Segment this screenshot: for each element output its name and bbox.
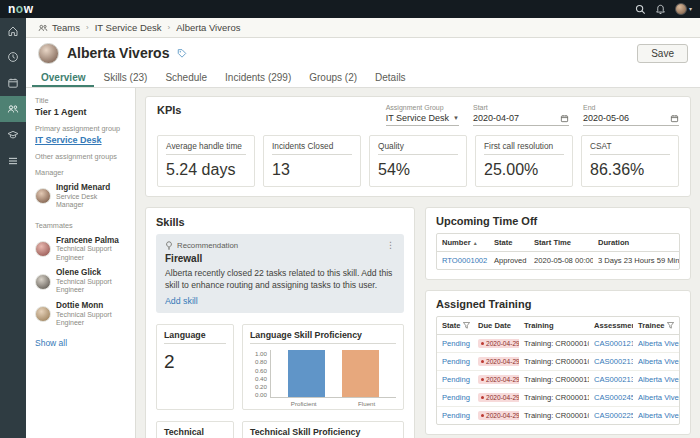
breadcrumb: Teams › IT Service Desk › Alberta Vivero… [26,18,700,38]
skills-title: Skills [156,216,404,228]
sidebar-item-schedule[interactable] [0,44,26,70]
training-state-link[interactable]: Pending [437,389,473,406]
sort-asc-icon: ▲ [473,240,478,246]
tab-bar: Overview Skills (23) Schedule Incidents … [26,68,700,88]
column-header-duration[interactable]: Duration [593,234,679,251]
column-header-assessment[interactable]: Assessment [589,317,633,334]
calendar-icon [7,77,19,89]
trainee-link[interactable]: Alberta Viveros [633,407,679,424]
assignment-group-select[interactable]: IT Service Desk▼ [386,113,459,126]
sidebar-item-calendar[interactable] [0,70,26,96]
due-date-cell: 2020-04-29 [473,353,519,370]
column-header-training[interactable]: Training [519,317,589,334]
breadcrumb-alberta-viveros[interactable]: Alberta Viveros [176,22,240,33]
assessment-link[interactable]: CAS0002136 [589,371,633,388]
trainee-link[interactable]: Alberta Viveros [633,335,679,352]
time-off-number-link[interactable]: RTO0001002 [437,252,489,269]
language-count-card: Language 2 [156,324,234,410]
sidebar-item-training[interactable] [0,122,26,148]
avatar [35,241,51,257]
teammate-role: Technical Support Engineer [56,278,126,295]
kpi-label: First call resolution [484,141,564,155]
tag-icon[interactable] [177,48,187,58]
kpis-title: KPIs [157,104,181,116]
column-header-state[interactable]: State [437,317,473,334]
add-skill-link[interactable]: Add skill [165,296,395,306]
app-sidebar [0,18,26,438]
graduation-cap-icon [7,129,19,141]
trainee-link[interactable]: Alberta Viveros [633,371,679,388]
filter-icon[interactable] [463,322,470,329]
time-off-table: Number▲ State Start Time Duration RTO000… [436,233,680,270]
column-header-due-date[interactable]: Due Date [473,317,519,334]
recommended-skill-name: Firewall [165,253,395,264]
tab-schedule[interactable]: Schedule [156,68,216,87]
show-all-link[interactable]: Show all [35,338,126,348]
teammate-role: Technical Support Engineer [56,245,126,262]
tab-details[interactable]: Details [366,68,415,87]
training-state-link[interactable]: Pending [437,407,473,424]
upcoming-time-off-panel: Upcoming Time Off Number▲ State Start Ti… [425,207,691,280]
due-date-badge: 2020-04-29 [478,375,519,384]
teammate-row[interactable]: Olene GlickTechnical Support Engineer [35,268,126,295]
save-button[interactable]: Save [637,44,688,63]
sidebar-item-list[interactable] [0,148,26,174]
assessment-link[interactable]: CAS0002256 [589,407,633,424]
training-state-link[interactable]: Pending [437,371,473,388]
teammate-name: Dottie Monn [56,301,126,311]
due-date-cell: 2020-04-29 [473,371,519,388]
table-row: Pending 2020-04-29 Training: CR0000109 C… [437,352,679,370]
breadcrumb-it-service-desk[interactable]: IT Service Desk [95,22,162,33]
user-avatar-menu[interactable]: ▾ [675,3,692,15]
notifications-bell-icon[interactable] [655,4,666,15]
assessment-link[interactable]: CAS0002136 [589,353,633,370]
manager-row[interactable]: Ingrid MenardService Desk Manager [35,183,126,210]
breadcrumb-teams[interactable]: Teams [38,22,80,33]
tab-skills[interactable]: Skills (23) [94,68,156,87]
technical-count-card: Technical 21 [156,421,234,438]
trainee-link[interactable]: Alberta Viveros [633,389,679,406]
kpi-card-incidents-closed: Incidents Closed13 [263,135,361,187]
sidebar-item-teams[interactable] [0,96,26,122]
chart-title: Technical Skill Proficiency [250,427,396,438]
search-icon[interactable] [635,4,646,15]
title-label: Title [35,96,126,105]
main-content: KPIs Assignment Group IT Service Desk▼ S… [136,88,700,438]
teammate-row[interactable]: Dottie MonnTechnical Support Engineer [35,301,126,328]
assessment-link[interactable]: CAS0001214 [589,335,633,352]
kpi-label: Average handle time [166,141,246,155]
end-label: End [583,104,679,111]
end-date-field: End 2020-05-06 [583,104,679,126]
training-state-link[interactable]: Pending [437,353,473,370]
top-bar: now ▾ [0,0,700,18]
training-state-link[interactable]: Pending [437,335,473,352]
start-date-field: Start 2020-04-07 [473,104,569,126]
tab-overview[interactable]: Overview [32,68,94,87]
primary-group-link[interactable]: IT Service Desk [35,135,126,145]
teammate-row[interactable]: Francene PalmaTechnical Support Engineer [35,236,126,263]
training-name: Training: CR0000106 [519,407,589,424]
tab-groups[interactable]: Groups (2) [300,68,366,87]
column-header-state[interactable]: State [489,234,529,251]
tab-incidents[interactable]: Incidents (299) [216,68,300,87]
more-options-icon[interactable]: ⋮ [386,241,395,250]
start-date-input[interactable]: 2020-04-07 [473,113,569,126]
column-header-start-time[interactable]: Start Time [529,234,593,251]
column-header-number[interactable]: Number▲ [437,234,489,251]
assessment-link[interactable]: CAS0002450 [589,389,633,406]
due-date-badge: 2020-04-29 [478,339,519,348]
kpi-value: 54% [378,161,458,179]
end-date-input[interactable]: 2020-05-06 [583,113,679,126]
kpi-label: Incidents Closed [272,141,352,155]
due-date-badge: 2020-04-29 [478,357,519,366]
column-header-trainee[interactable]: Trainee [633,317,679,334]
chart-x-axis: ProficientFluent [270,400,396,407]
language-count: 2 [164,351,226,373]
chevron-down-icon: ▼ [453,115,459,121]
trainee-link[interactable]: Alberta Viveros [633,353,679,370]
filter-icon[interactable] [667,322,674,329]
teammate-name: Olene Glick [56,268,126,278]
sidebar-item-home[interactable] [0,18,26,44]
primary-group-label: Primary assignment group [35,124,126,133]
recommendation-description: Alberta recently closed 22 tasks related… [165,268,395,291]
